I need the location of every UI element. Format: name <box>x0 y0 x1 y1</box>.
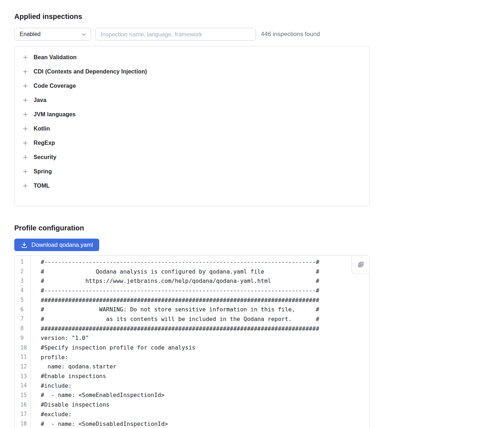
line-number: 15 <box>15 392 30 398</box>
plus-icon[interactable] <box>22 55 28 60</box>
code-line: 18# - name: <SomeDisabledInspectionId> <box>15 419 369 428</box>
plus-icon[interactable] <box>22 154 28 160</box>
line-number: 2 <box>15 268 30 275</box>
code-line: 9version: "1.0" <box>15 333 369 343</box>
line-number: 12 <box>15 363 30 370</box>
category-label: Kotlin <box>34 126 50 132</box>
plus-icon[interactable] <box>22 97 28 103</box>
line-number: 16 <box>15 402 30 408</box>
code-line: 4#--------------------------------------… <box>15 286 369 295</box>
line-number: 4 <box>15 287 30 294</box>
download-qodana-yaml-button[interactable]: Download qodana.yaml <box>14 239 99 251</box>
category-row[interactable]: Code Coverage <box>15 79 369 93</box>
plus-icon[interactable] <box>22 112 28 117</box>
line-number: 10 <box>15 345 30 351</box>
code-line: 13#Enable inspections <box>15 371 369 381</box>
code-line: 8#######################################… <box>15 324 369 333</box>
line-number: 11 <box>15 354 30 360</box>
category-row[interactable]: Spring <box>15 164 369 179</box>
line-number: 3 <box>15 278 30 284</box>
category-label: Code Coverage <box>34 83 76 89</box>
copy-code-button[interactable] <box>352 256 369 274</box>
line-number: 18 <box>15 421 30 427</box>
category-row[interactable]: TOML <box>15 179 369 193</box>
line-number: 17 <box>15 411 30 417</box>
code-text: # WARNING: Do not store sensitive inform… <box>30 306 319 313</box>
code-line: 5#######################################… <box>15 295 369 305</box>
download-button-label: Download qodana.yaml <box>31 241 93 248</box>
code-text: ########################################… <box>30 325 319 332</box>
category-label: CDI (Contexts and Dependency Injection) <box>34 68 147 75</box>
category-label: Security <box>34 154 56 160</box>
code-line: 7# as its contents will be included in t… <box>15 314 369 324</box>
line-number: 6 <box>15 306 30 313</box>
code-line: 12 name: qodana.starter <box>15 362 369 372</box>
category-row[interactable]: Security <box>15 150 369 164</box>
profile-configuration-section: Profile configuration Download qodana.ya… <box>14 224 384 428</box>
line-number: 8 <box>15 325 30 332</box>
category-row[interactable]: RegExp <box>15 136 369 150</box>
code-text: profile: <box>30 354 68 361</box>
category-label: RegExp <box>34 140 55 146</box>
inspection-search-input[interactable] <box>95 28 256 41</box>
category-label: Java <box>34 97 46 103</box>
code-text: #include: <box>30 382 72 389</box>
code-lines: 1#--------------------------------------… <box>15 256 369 428</box>
code-text: name: qodana.starter <box>30 363 116 370</box>
code-line: 16#Disable inspections <box>15 400 369 409</box>
filter-controls: Enabled 446 inspections found <box>14 28 384 41</box>
code-line: 11profile: <box>15 352 369 362</box>
category-row[interactable]: Kotlin <box>15 122 369 136</box>
code-text: ########################################… <box>30 297 319 304</box>
category-label: TOML <box>34 183 50 189</box>
code-text: # as its contents will be included in th… <box>30 316 319 322</box>
category-label: JVM languages <box>34 111 76 118</box>
code-text: #---------------------------------------… <box>30 287 319 294</box>
plus-icon[interactable] <box>22 140 28 146</box>
line-number: 14 <box>15 382 30 389</box>
code-text: #Enable inspections <box>30 373 106 379</box>
profile-configuration-title: Profile configuration <box>14 224 384 232</box>
download-icon <box>21 241 28 249</box>
code-line: 6# WARNING: Do not store sensitive infor… <box>15 305 369 314</box>
code-text: version: "1.0" <box>30 335 89 341</box>
category-row[interactable]: Bean Validation <box>15 50 369 65</box>
code-line: 14#include: <box>15 381 369 391</box>
code-line: 2# Qodana analysis is configured by qoda… <box>15 267 369 276</box>
category-row[interactable]: CDI (Contexts and Dependency Injection) <box>15 65 369 79</box>
category-label: Bean Validation <box>34 54 77 61</box>
category-row[interactable]: Java <box>15 93 369 107</box>
code-text: # Qodana analysis is configured by qodan… <box>30 268 319 275</box>
code-text: #---------------------------------------… <box>30 259 319 265</box>
inspections-found-count: 446 inspections found <box>261 31 320 38</box>
line-number: 7 <box>15 316 30 322</box>
status-filter-value: Enabled <box>20 31 41 37</box>
qodana-yaml-code-panel: 1#--------------------------------------… <box>14 255 370 428</box>
plus-icon[interactable] <box>22 169 28 174</box>
code-line: 3# https://www.jetbrains.com/help/qodana… <box>15 276 369 286</box>
plus-icon[interactable] <box>22 183 28 189</box>
plus-icon[interactable] <box>22 69 28 75</box>
applied-inspections-section: Applied inspections Enabled 446 inspecti… <box>14 12 384 206</box>
page: Applied inspections Enabled 446 inspecti… <box>0 12 384 428</box>
category-label: Spring <box>34 168 52 175</box>
plus-icon[interactable] <box>22 126 28 132</box>
line-number: 1 <box>15 259 30 265</box>
code-text: # https://www.jetbrains.com/help/qodana/… <box>30 277 319 284</box>
plus-icon[interactable] <box>22 83 28 89</box>
code-line: 1#--------------------------------------… <box>15 257 369 267</box>
line-number: 9 <box>15 335 30 341</box>
applied-inspections-title: Applied inspections <box>14 12 384 21</box>
copy-icon <box>357 261 365 269</box>
code-line: 10#Specify inspection profile for code a… <box>15 343 369 352</box>
status-filter-select[interactable]: Enabled <box>14 28 91 41</box>
chevron-down-icon <box>81 32 86 37</box>
category-list: Bean ValidationCDI (Contexts and Depende… <box>14 46 370 206</box>
code-text: # - name: <SomeDisabledInspectionId> <box>30 421 168 427</box>
line-number: 13 <box>15 373 30 379</box>
line-number: 5 <box>15 297 30 303</box>
code-line: 15# - name: <SomeEnabledInspectionId> <box>15 391 369 400</box>
code-text: # - name: <SomeEnabledInspectionId> <box>30 392 165 398</box>
category-row[interactable]: JVM languages <box>15 107 369 122</box>
code-text: #Specify inspection profile for code ana… <box>30 344 195 351</box>
